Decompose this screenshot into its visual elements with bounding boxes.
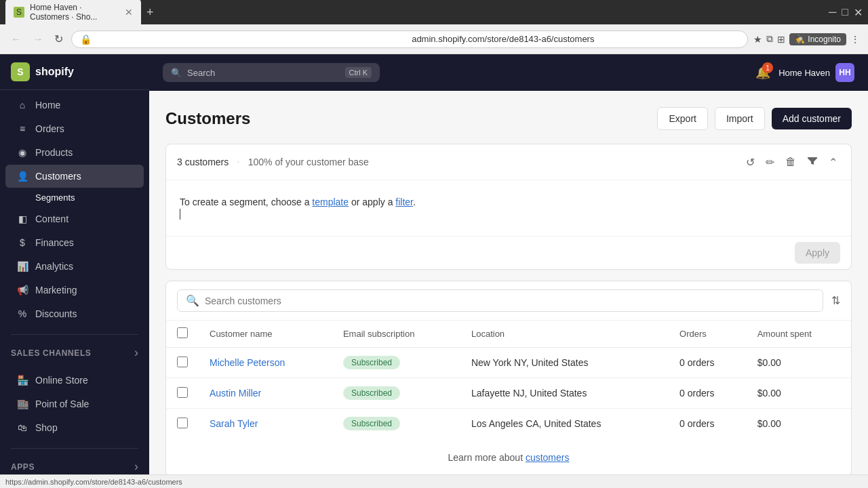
active-tab[interactable]: S Home Haven · Customers · Sho... ✕ bbox=[5, 0, 141, 26]
add-sales-channel-button[interactable]: › bbox=[134, 346, 138, 360]
orders-3: 0 orders bbox=[669, 409, 747, 439]
store-avatar: HH bbox=[835, 63, 854, 82]
sidebar-item-discounts[interactable]: % Discounts bbox=[5, 302, 144, 325]
header-actions: Export Import Add customer bbox=[657, 107, 852, 130]
customer-search-container[interactable]: 🔍 bbox=[177, 289, 823, 312]
address-bar[interactable]: 🔒 admin.shopify.com/store/de8143-a6/cust… bbox=[71, 30, 748, 48]
sidebar-item-segments[interactable]: Segments bbox=[5, 188, 144, 207]
amount-2: $0.00 bbox=[747, 378, 851, 409]
notification-badge: 1 bbox=[762, 62, 773, 73]
search-placeholder: Search bbox=[187, 68, 340, 78]
page-title: Customers bbox=[165, 109, 250, 128]
sidebar-item-label: Home bbox=[35, 100, 60, 110]
customers-learn-more-link[interactable]: customers bbox=[526, 452, 570, 463]
customer-name-3[interactable]: Sarah Tyler bbox=[210, 418, 258, 429]
add-customer-button[interactable]: Add customer bbox=[772, 108, 852, 129]
extensions-icon[interactable]: ⧉ bbox=[766, 33, 773, 45]
products-icon: ◉ bbox=[16, 146, 28, 159]
sidebar-item-label: Orders bbox=[35, 123, 64, 134]
star-icon[interactable]: ★ bbox=[753, 34, 762, 45]
nav-divider bbox=[11, 334, 138, 335]
orders-icon: ≡ bbox=[16, 123, 28, 135]
tab-favicon: S bbox=[14, 7, 24, 18]
search-icon: 🔍 bbox=[186, 294, 199, 307]
sidebar-item-point-of-sale[interactable]: 🏬 Point of Sale bbox=[5, 392, 144, 415]
sidebar-item-analytics[interactable]: 📊 Analytics bbox=[5, 255, 144, 278]
sidebar-item-customers[interactable]: 👤 Customers bbox=[5, 165, 144, 188]
refresh-button[interactable]: ↻ bbox=[52, 31, 66, 47]
segment-collapse-button[interactable]: ⌃ bbox=[826, 152, 840, 171]
segment-apply-button[interactable]: Apply bbox=[795, 242, 840, 264]
customers-table-body: Michelle Peterson Subscribed New York NY… bbox=[166, 348, 851, 439]
select-all-checkbox[interactable] bbox=[177, 327, 188, 338]
table-row: Sarah Tyler Subscribed Los Angeles CA, U… bbox=[166, 409, 851, 439]
browser-toolbar-actions: ★ ⧉ ⊞ 🕵 Incognito ⋮ bbox=[753, 33, 860, 45]
tab-close-button[interactable]: ✕ bbox=[125, 7, 133, 18]
col-header-location: Location bbox=[460, 321, 669, 348]
shopify-logo: S shopify bbox=[11, 62, 74, 81]
forward-button[interactable]: → bbox=[30, 32, 46, 47]
sidebar-header: S shopify bbox=[0, 54, 149, 90]
page-header: Customers Export Import Add customer bbox=[165, 107, 852, 130]
email-status-badge-3: Subscribed bbox=[343, 417, 400, 430]
segment-filter-button[interactable] bbox=[804, 152, 821, 171]
filter-link[interactable]: filter bbox=[395, 197, 413, 207]
row-checkbox-1[interactable] bbox=[177, 357, 188, 367]
menu-button[interactable]: ⋮ bbox=[850, 34, 860, 45]
sidebar-item-content[interactable]: ◧ Content bbox=[5, 207, 144, 230]
content-icon: ◧ bbox=[16, 213, 28, 225]
split-view-icon[interactable]: ⊞ bbox=[777, 34, 785, 45]
segment-editor[interactable]: To create a segment, choose a template o… bbox=[166, 180, 851, 236]
nav-divider-2 bbox=[11, 448, 138, 449]
customer-search-input[interactable] bbox=[205, 296, 814, 306]
minimize-button[interactable]: ─ bbox=[829, 6, 836, 19]
new-tab-button[interactable]: + bbox=[144, 5, 157, 20]
topbar: 🔍 Search Ctrl K 🔔 1 Home Haven HH bbox=[149, 54, 868, 91]
sidebar-item-home[interactable]: ⌂ Home bbox=[5, 94, 144, 117]
table-header: Customer name Email subscription Locatio… bbox=[166, 321, 851, 348]
sidebar-item-products[interactable]: ◉ Products bbox=[5, 141, 144, 164]
sidebar-item-label: Analytics bbox=[35, 261, 73, 272]
back-button[interactable]: ← bbox=[8, 32, 24, 47]
export-button[interactable]: Export bbox=[657, 107, 707, 130]
page-content: Customers Export Import Add customer 3 c… bbox=[149, 91, 868, 474]
template-link[interactable]: template bbox=[312, 197, 349, 207]
row-checkbox-2[interactable] bbox=[177, 387, 188, 398]
global-search[interactable]: 🔍 Search Ctrl K bbox=[163, 63, 380, 82]
import-button[interactable]: Import bbox=[715, 107, 765, 130]
table-toolbar: 🔍 ⇅ bbox=[166, 281, 851, 321]
sales-channels-label: Sales channels bbox=[11, 348, 91, 358]
sidebar-item-orders[interactable]: ≡ Orders bbox=[5, 117, 144, 140]
segment-delete-button[interactable]: 🗑 bbox=[783, 152, 799, 171]
segment-placeholder-text: To create a segment, choose a template o… bbox=[180, 197, 837, 207]
sort-button[interactable]: ⇅ bbox=[831, 294, 840, 307]
row-checkbox-3[interactable] bbox=[177, 418, 188, 428]
shopify-logo-icon: S bbox=[11, 62, 30, 81]
apps-label: Apps bbox=[11, 462, 35, 472]
close-button[interactable]: ✕ bbox=[854, 6, 863, 19]
sidebar-item-label: Finances bbox=[35, 237, 74, 248]
text-cursor bbox=[180, 209, 180, 220]
add-apps-button[interactable]: › bbox=[134, 460, 138, 474]
segment-count: 3 customers bbox=[177, 157, 229, 167]
incognito-icon: 🕵 bbox=[795, 35, 805, 44]
store-selector-button[interactable]: Home Haven HH bbox=[778, 63, 854, 82]
segment-edit-button[interactable]: ✏ bbox=[763, 152, 777, 171]
customer-name-2[interactable]: Austin Miller bbox=[210, 388, 261, 399]
segment-refresh-button[interactable]: ↺ bbox=[743, 152, 757, 171]
incognito-badge: 🕵 Incognito bbox=[789, 33, 846, 45]
sidebar-item-online-store[interactable]: 🏪 Online Store bbox=[5, 369, 144, 392]
finances-icon: $ bbox=[16, 237, 28, 249]
sidebar-item-label: Discounts bbox=[35, 308, 77, 319]
sidebar-item-shop[interactable]: 🛍 Shop bbox=[5, 416, 144, 439]
analytics-icon: 📊 bbox=[16, 260, 28, 272]
sidebar-item-marketing[interactable]: 📢 Marketing bbox=[5, 279, 144, 302]
notification-button[interactable]: 🔔 1 bbox=[755, 65, 770, 80]
segment-builder-card: 3 customers · 100% of your customer base… bbox=[165, 144, 852, 270]
shopify-logo-text: shopify bbox=[35, 66, 74, 78]
customer-name-1[interactable]: Michelle Peterson bbox=[210, 357, 285, 368]
sidebar-item-finances[interactable]: $ Finances bbox=[5, 231, 144, 254]
maximize-button[interactable]: □ bbox=[842, 6, 848, 19]
browser-tabs: S Home Haven · Customers · Sho... ✕ + bbox=[5, 0, 157, 26]
discounts-icon: % bbox=[16, 308, 28, 320]
